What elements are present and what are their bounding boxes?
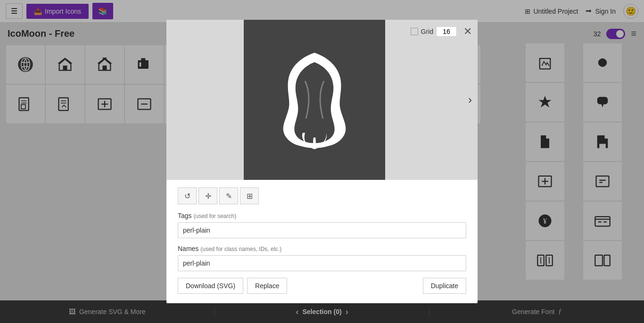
- tags-label: Tags (used for search): [178, 212, 466, 219]
- modal-toolbar: ↺ ✛ ✎ ⊞: [178, 187, 466, 204]
- modal-icon-left: [166, 20, 244, 180]
- grid-checkbox[interactable]: [411, 28, 418, 35]
- duplicate-button[interactable]: Duplicate: [423, 278, 466, 294]
- grid-label: Grid: [421, 28, 433, 35]
- tags-group: Tags (used for search): [178, 212, 466, 238]
- modal-icon-center: [244, 20, 385, 180]
- names-label: Names (used for class names, IDs, etc.): [178, 245, 466, 252]
- modal-body: ↺ ✛ ✎ ⊞ Tags (used for search) Names (us…: [166, 180, 478, 303]
- modal-actions: Download (SVG) Replace Duplicate: [178, 278, 466, 294]
- icon-detail-modal: Grid ✕: [166, 20, 478, 303]
- names-input[interactable]: [178, 255, 466, 271]
- download-svg-button[interactable]: Download (SVG): [178, 278, 243, 294]
- reset-button[interactable]: ↺: [178, 187, 197, 204]
- tags-input[interactable]: [178, 222, 466, 238]
- replace-button[interactable]: Replace: [247, 278, 287, 294]
- modal-icon-right: [385, 20, 462, 180]
- next-icon-button[interactable]: ›: [462, 20, 478, 180]
- names-group: Names (used for class names, IDs, etc.): [178, 245, 466, 271]
- modal-icon-area: ›: [166, 20, 478, 180]
- grid-value-input[interactable]: [436, 26, 457, 37]
- edit-button[interactable]: ✎: [219, 187, 238, 204]
- modal-grid-controls: Grid: [411, 26, 457, 37]
- move-button[interactable]: ✛: [198, 187, 217, 204]
- modal-overlay[interactable]: Grid ✕: [0, 0, 644, 323]
- modal-icon-svg: [253, 39, 376, 161]
- modal-close-button[interactable]: ✕: [463, 25, 472, 38]
- grid-button[interactable]: ⊞: [240, 187, 259, 204]
